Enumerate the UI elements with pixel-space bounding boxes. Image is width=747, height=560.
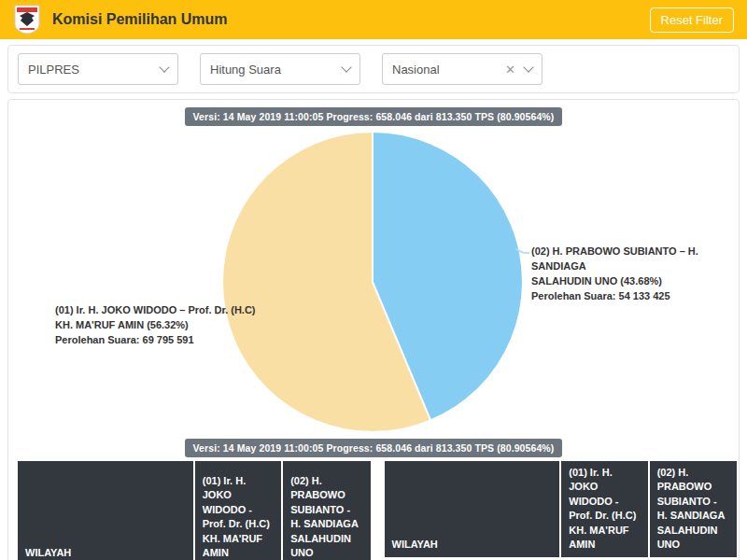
version-badge-top: Versi: 14 May 2019 11:00:05 Progress: 65…	[185, 107, 563, 126]
column-header-candidate-02: (02) H. PRABOWO SUBIANTO - H. SANDIAGA S…	[649, 461, 737, 557]
app-header: Komisi Pemilihan Umum Reset Filter	[0, 0, 747, 39]
column-header-region: WILAYAH	[385, 461, 561, 557]
label-line: Perolehan Suara: 69 795 591	[55, 333, 270, 348]
page-title: Komisi Pemilihan Umum	[52, 11, 228, 28]
election-type-select[interactable]: PILPRES	[18, 53, 178, 85]
column-header-region: WILAYAH	[18, 461, 194, 560]
region-select[interactable]: Nasional ✕	[382, 53, 543, 85]
reset-filter-button[interactable]: Reset Filter	[650, 7, 734, 33]
label-line: SALAHUDIN UNO (43.68%)	[531, 274, 746, 289]
chevron-down-icon	[159, 62, 169, 72]
region-results-tables: WILAYAH (01) Ir. H. JOKO WIDODO - Prof. …	[18, 461, 737, 560]
kpu-logo-icon	[13, 5, 41, 35]
pie-divider-1	[372, 133, 374, 282]
results-panel: Versi: 14 May 2019 11:00:05 Progress: 65…	[7, 99, 740, 560]
filter-bar: PILPRES Hitung Suara Nasional ✕	[7, 45, 740, 93]
results-table-left: WILAYAH (01) Ir. H. JOKO WIDODO - Prof. …	[18, 461, 371, 560]
pie-label-candidate-01: (01) Ir. H. JOKO WIDODO – Prof. Dr. (H.C…	[55, 303, 270, 348]
pie-label-candidate-02: (02) H. PRABOWO SUBIANTO – H. SANDIAGA S…	[531, 245, 746, 304]
chevron-down-icon	[523, 62, 533, 72]
version-badge-bottom-wrap: Versi: 14 May 2019 11:00:05 Progress: 65…	[8, 439, 739, 457]
region-value: Nasional	[392, 63, 505, 77]
view-mode-select[interactable]: Hitung Suara	[200, 53, 360, 85]
column-header-candidate-01: (01) Ir. H. JOKO WIDODO - Prof. Dr. (H.C…	[194, 461, 282, 560]
clear-selection-icon[interactable]: ✕	[505, 63, 515, 76]
table-header-row: WILAYAH (01) Ir. H. JOKO WIDODO - Prof. …	[385, 461, 738, 557]
election-type-value: PILPRES	[28, 63, 161, 77]
results-table-right: WILAYAH (01) Ir. H. JOKO WIDODO - Prof. …	[385, 461, 738, 560]
view-mode-value: Hitung Suara	[210, 63, 343, 77]
label-line: (02) H. PRABOWO SUBIANTO – H. SANDIAGA	[531, 245, 746, 274]
label-line: KH. MA'RUF AMIN (56.32%)	[55, 318, 270, 333]
chevron-down-icon	[341, 62, 351, 72]
column-header-candidate-02: (02) H. PRABOWO SUBIANTO - H. SANDIAGA S…	[282, 461, 370, 560]
version-badge-top-wrap: Versi: 14 May 2019 11:00:05 Progress: 65…	[8, 107, 739, 126]
label-line: Perolehan Suara: 54 133 425	[531, 289, 746, 304]
label-line: (01) Ir. H. JOKO WIDODO – Prof. Dr. (H.C…	[55, 303, 270, 318]
version-badge-bottom: Versi: 14 May 2019 11:00:05 Progress: 65…	[185, 439, 563, 457]
column-header-candidate-01: (01) Ir. H. JOKO WIDODO - Prof. Dr. (H.C…	[560, 461, 648, 557]
table-header-row: WILAYAH (01) Ir. H. JOKO WIDODO - Prof. …	[18, 461, 371, 560]
